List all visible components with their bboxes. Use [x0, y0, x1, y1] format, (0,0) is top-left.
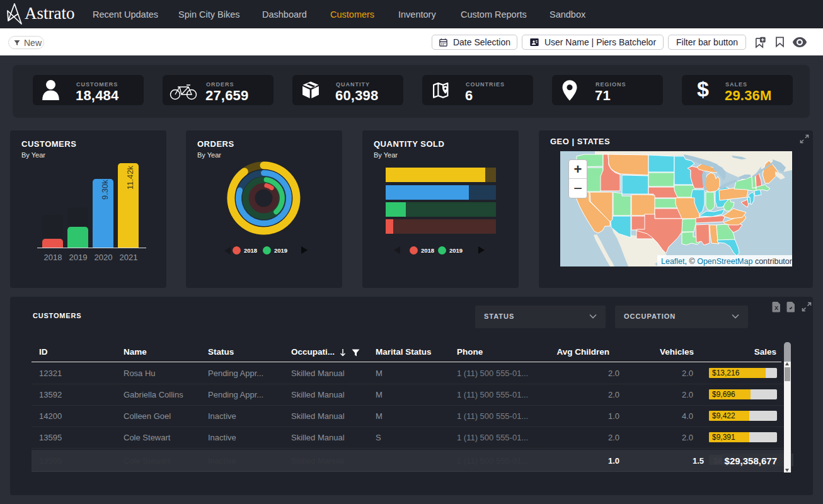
svg-text:Leaflet, © OpenStreetMap contr: Leaflet, © OpenStreetMap contributors — [661, 257, 792, 266]
svg-text:X: X — [774, 305, 778, 311]
